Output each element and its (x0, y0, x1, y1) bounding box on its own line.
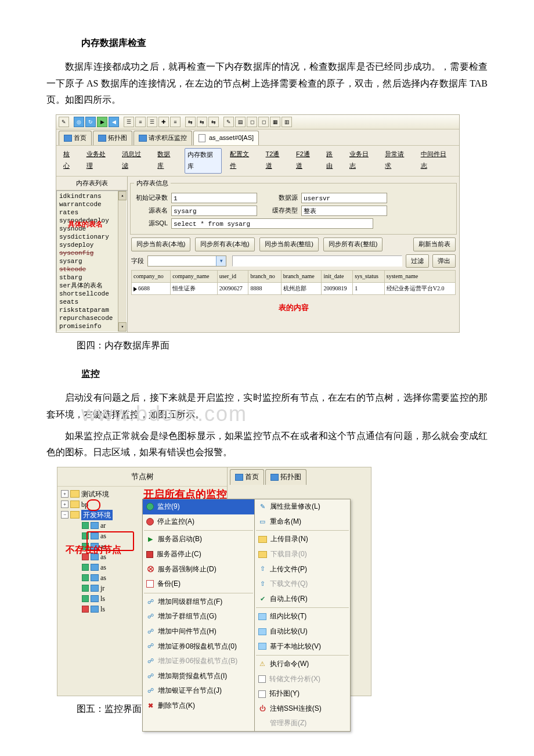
subtab[interactable]: 核心 (61, 148, 78, 174)
scrollbar[interactable]: ▴ ▾ (118, 191, 127, 332)
menu-item[interactable]: ✎属性批量修改(L) (255, 499, 350, 514)
input-srctable[interactable]: sysarg (171, 206, 257, 216)
toolbar-icon[interactable]: ◎ (74, 117, 84, 127)
list-item[interactable]: sysconfig (59, 249, 127, 257)
mem-table-list[interactable]: idkindtranswarrantcoderatessysnodedeploy… (56, 190, 127, 332)
list-item[interactable]: sysarg (59, 257, 127, 265)
tree-leaf[interactable]: as (100, 573, 106, 583)
tree-leaf[interactable]: ls (100, 604, 105, 614)
input-srcsql[interactable]: select * from sysarg (171, 218, 373, 229)
toolbar-icon[interactable]: ▶ (97, 117, 107, 127)
list-item[interactable]: seats (59, 298, 127, 306)
tree-leaf[interactable]: ar (100, 520, 106, 531)
chevron-down-icon[interactable]: ▾ (216, 256, 226, 266)
menu-item[interactable]: 停止监控(A) (143, 514, 254, 530)
subtab[interactable]: 业务处理 (84, 148, 114, 174)
sync-button[interactable]: 同步所有表(本地) (195, 237, 254, 251)
toolbar-icon[interactable]: ✚ (158, 117, 169, 127)
menu-item[interactable]: ☍增加子群组节点(G) (143, 609, 254, 624)
menu-item[interactable]: ▭重命名(M) (255, 514, 350, 530)
menu-item[interactable]: ☍增加证券08报盘机节点(0) (143, 639, 254, 654)
sync-button[interactable]: 同步当前表(整组) (259, 237, 319, 251)
sync-button[interactable]: 刷新当前表 (413, 237, 456, 251)
input-datasource[interactable]: usersvr (301, 193, 387, 203)
subtab[interactable]: F2通道 (294, 148, 318, 174)
list-item[interactable]: repurchasecode (59, 314, 127, 322)
list-item[interactable]: sysdeploy (59, 241, 127, 249)
filter-input[interactable] (232, 255, 402, 267)
list-item[interactable]: shortsellcode (59, 290, 127, 298)
toolbar-icon[interactable]: ✎ (59, 117, 69, 127)
popout-button[interactable]: 弹出 (432, 254, 456, 268)
list-item[interactable]: riskstatparam (59, 306, 127, 314)
list-item[interactable]: sysdictionary (59, 233, 127, 241)
list-item[interactable]: rates (59, 208, 127, 217)
menu-item[interactable]: 上传目录(N) (255, 532, 350, 547)
toolbar-icon[interactable]: ▤ (235, 117, 246, 127)
tab-topo[interactable]: 拓扑图 (265, 469, 306, 485)
tree-leaf[interactable]: ls (100, 593, 105, 604)
menu-item[interactable]: ☍增加银证平台节点(J) (143, 683, 254, 699)
menu-item[interactable]: 自动比较(U) (255, 624, 350, 639)
menu-item[interactable]: 备份(E) (143, 577, 254, 592)
menu-item[interactable]: 服务器停止(C) (143, 547, 254, 562)
menu-item[interactable]: ✖删除节点(K) (143, 699, 254, 714)
menu-item[interactable]: ✔自动上传(R) (255, 592, 350, 607)
tree-node[interactable]: 测试环境 (81, 489, 109, 499)
filter-button[interactable]: 过滤 (406, 254, 429, 268)
scroll-down-icon[interactable]: ▾ (118, 322, 127, 332)
subtab[interactable]: 数据库 (155, 148, 179, 174)
toolbar-icon[interactable]: ☰ (147, 117, 157, 127)
sync-button[interactable]: 同步所有表(整组) (323, 237, 383, 251)
list-item[interactable]: promiseinfo (59, 322, 127, 330)
expander-icon[interactable]: − (61, 511, 68, 519)
menu-item[interactable]: ⏻注销SSH连接(S) (255, 701, 350, 717)
sync-button[interactable]: 同步当前表(本地) (131, 237, 190, 251)
subtab[interactable]: 内存数据库 (185, 148, 222, 174)
subtab[interactable]: 业务日志 (347, 148, 377, 174)
tab-reqmon[interactable]: 请求积压监控 (134, 131, 192, 145)
subtab[interactable]: 异常请求 (383, 148, 412, 174)
tab-home[interactable]: 首页 (230, 469, 264, 485)
menu-item[interactable]: ⇧上传文件(P) (255, 562, 350, 577)
toolbar-icon[interactable]: ≡ (135, 117, 146, 127)
list-item[interactable]: idkindtrans (59, 192, 127, 200)
menu-item[interactable]: 拓扑图(Y) (255, 686, 350, 701)
toolbar-icon[interactable]: ⇆ (197, 117, 207, 127)
menu-item[interactable]: ☍增加中间件节点(H) (143, 624, 254, 639)
tree-leaf[interactable]: jr (100, 583, 104, 593)
input-cachetype[interactable]: 整表 (301, 206, 387, 216)
subtab[interactable]: T2通道 (264, 148, 288, 174)
input-initcount[interactable]: 1 (171, 193, 257, 203)
menu-item[interactable]: ⚠执行命令(W) (255, 657, 350, 672)
scroll-up-icon[interactable]: ▴ (118, 191, 127, 200)
tab-asset[interactable]: as_asset#0[AS] (193, 131, 259, 145)
toolbar-icon[interactable]: ◀ (109, 117, 119, 127)
toolbar-icon[interactable]: ⇆ (208, 117, 219, 127)
expander-icon[interactable]: + (61, 501, 68, 508)
tree-node-selected[interactable]: 开发环境 (81, 510, 113, 520)
toolbar-icon[interactable]: ☰ (124, 117, 134, 127)
list-item[interactable]: stbarg (59, 273, 127, 282)
menu-item[interactable]: 监控(9) (143, 499, 254, 514)
list-item[interactable]: ser具体的表名 (59, 282, 127, 290)
toolbar-icon[interactable]: ✎ (223, 117, 234, 127)
toolbar-icon[interactable]: ⇆ (185, 117, 196, 127)
tab-home[interactable]: 首页 (59, 131, 92, 145)
field-combo[interactable]: ▾ (147, 255, 226, 267)
subtab[interactable]: 消息过滤 (120, 148, 149, 174)
toolbar-icon[interactable]: ◻ (247, 117, 257, 127)
menu-item[interactable]: ☍增加期货报盘机节点(I) (143, 669, 254, 684)
tree-leaf[interactable]: as (100, 562, 106, 573)
toolbar-icon[interactable]: ≡ (170, 117, 181, 127)
expander-icon[interactable]: + (61, 490, 68, 498)
toolbar-icon[interactable]: ▥ (282, 117, 292, 127)
menu-item[interactable]: ☍增加同级群组节点(F) (143, 595, 254, 610)
subtab[interactable]: 配置文件 (228, 148, 257, 174)
menu-item[interactable]: 组内比较(T) (255, 609, 350, 624)
menu-item[interactable]: 基于本地比较(V) (255, 639, 350, 654)
subtab[interactable]: 中间件日志 (418, 148, 454, 174)
subtab[interactable]: 路由 (324, 148, 341, 174)
menu-item[interactable]: ▶服务器启动(B) (143, 532, 254, 547)
tab-topo[interactable]: 拓扑图 (93, 131, 132, 145)
